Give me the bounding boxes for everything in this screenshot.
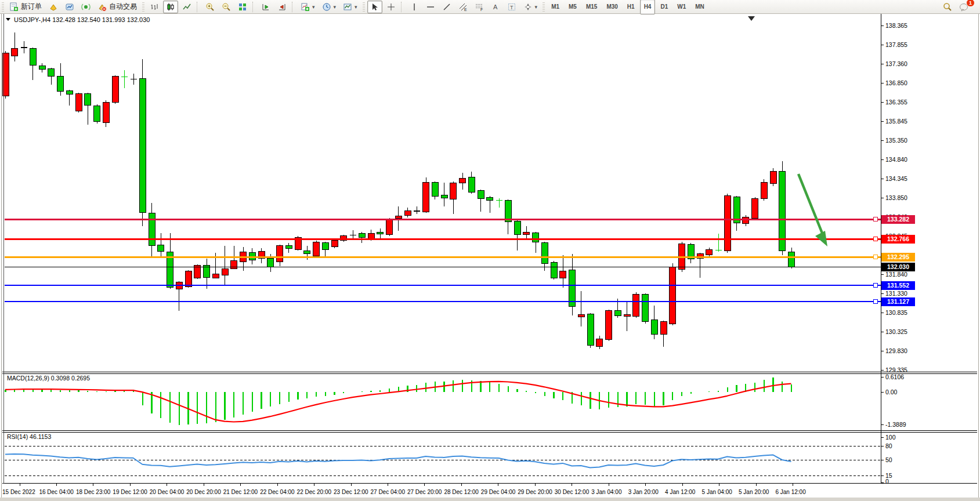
rsi-axis-label: 100 <box>885 434 896 441</box>
notification-badge: 1 <box>966 0 975 7</box>
signals-button[interactable] <box>78 1 93 13</box>
time-label: 30 Dec 12:00 <box>555 489 590 495</box>
crosshair-icon <box>386 2 396 12</box>
hline-handle <box>873 300 877 304</box>
macd-axis-label: -1.3889 <box>885 421 906 428</box>
hline-handle <box>873 255 877 259</box>
candle <box>386 218 393 237</box>
text-tool-button[interactable]: A <box>488 1 503 13</box>
chart-shift-button[interactable] <box>274 1 290 13</box>
zoom-in-icon <box>205 2 215 12</box>
new-order-icon <box>9 2 19 12</box>
bars-chart-button[interactable] <box>147 1 162 13</box>
chart-window-icon <box>65 2 74 12</box>
symbols-button[interactable] <box>46 1 61 13</box>
crosshair-tool-button[interactable] <box>384 1 399 13</box>
price-tick-label: 129.830 <box>885 347 907 354</box>
chart-window-button[interactable] <box>62 1 77 13</box>
candle <box>642 293 649 324</box>
trendline-tool-button[interactable] <box>439 1 454 13</box>
zoom-out-button[interactable] <box>219 1 234 13</box>
periods-button[interactable]: ▾ <box>319 1 339 13</box>
arrows-icon <box>523 2 533 12</box>
symbol-ohlc-line[interactable]: USDJPY-,H4 132.428 132.540 131.993 132.0… <box>6 16 150 23</box>
price-tick-label: 135.845 <box>885 118 907 125</box>
toolbar-grip[interactable] <box>2 2 4 12</box>
templates-button[interactable]: ▾ <box>340 1 360 13</box>
timeframe-h4[interactable]: H4 <box>640 0 656 14</box>
candle <box>752 197 758 220</box>
channel-tool-button[interactable]: E <box>455 1 471 13</box>
autotrade-icon <box>97 2 107 12</box>
toolbar-separator <box>292 2 295 12</box>
timeframe-m30[interactable]: M30 <box>602 0 621 14</box>
indicators-button[interactable]: ▾ <box>298 1 318 13</box>
svg-text:E: E <box>464 8 467 12</box>
candle <box>94 104 100 124</box>
price-tick-label: 134.840 <box>885 156 907 163</box>
time-label: 20 Dec 04:00 <box>150 489 185 495</box>
text-icon: A <box>491 2 500 12</box>
hline-handle <box>873 237 877 241</box>
candle <box>587 313 594 348</box>
timeframe-m5[interactable]: M5 <box>565 0 581 14</box>
chat-button[interactable]: 1 <box>956 1 972 13</box>
vertical-line-tool-button[interactable] <box>407 1 422 13</box>
time-label: 19 Dec 12:00 <box>113 489 147 495</box>
timeframe-m1[interactable]: M1 <box>547 0 563 14</box>
timeframe-h1[interactable]: H1 <box>623 0 639 14</box>
time-label: 22 Dec 20:00 <box>297 489 332 495</box>
toolbar-separator <box>252 2 256 12</box>
cursor-icon <box>370 2 379 12</box>
price-tag-132.766: 132.766 <box>881 235 915 244</box>
candle <box>551 261 557 279</box>
price-tag-131.552: 131.552 <box>881 281 915 290</box>
toolbar-grip[interactable] <box>142 2 144 12</box>
price-tag-132.030: 132.030 <box>881 263 915 271</box>
timeframe-d1[interactable]: D1 <box>656 0 672 14</box>
vertical-line-icon <box>410 2 419 12</box>
toolbar-grip[interactable] <box>543 2 545 12</box>
svg-text:F: F <box>480 8 483 12</box>
autotrade-button[interactable]: 自动交易 <box>95 1 140 13</box>
price-tick-label: 137.360 <box>885 60 907 67</box>
time-label: 5 Jan 04:00 <box>702 489 733 495</box>
arrows-tool-button[interactable]: ▾ <box>520 1 541 13</box>
symbols-icon <box>49 2 58 12</box>
zoom-in-button[interactable] <box>202 1 218 13</box>
timeframe-mn[interactable]: MN <box>691 0 708 14</box>
auto-scroll-icon <box>261 2 270 12</box>
new-order-label: 新订单 <box>21 2 42 12</box>
search-button[interactable] <box>940 1 955 13</box>
fibonacci-tool-button[interactable]: F <box>472 1 487 13</box>
symbol-ohlc-text: USDJPY-,H4 132.428 132.540 131.993 132.0… <box>14 16 150 23</box>
macd-axis-label: 0.6106 <box>885 373 904 380</box>
timeframe-m15[interactable]: M15 <box>582 0 601 14</box>
price-tick-label: 130.835 <box>885 309 907 316</box>
candle <box>724 194 731 253</box>
line-chart-button[interactable] <box>179 1 194 13</box>
price-tag-132.295: 132.295 <box>881 253 915 262</box>
horizontal-line-tool-button[interactable] <box>423 1 438 13</box>
periods-icon <box>322 2 331 12</box>
time-label: 15 Dec 2022 <box>2 489 35 495</box>
svg-text:132.766: 132.766 <box>887 235 909 242</box>
auto-scroll-button[interactable] <box>258 1 273 13</box>
candlestick-chart-button[interactable] <box>163 1 178 13</box>
toolbar-separator <box>197 2 200 12</box>
svg-text:T: T <box>510 4 513 10</box>
rsi-label: RSI(14) 46.1153 <box>7 433 51 440</box>
tile-windows-button[interactable] <box>235 1 250 13</box>
price-tag-131.127: 131.127 <box>881 297 915 306</box>
time-label: 29 Dec 04:00 <box>481 489 516 495</box>
candle <box>606 310 612 342</box>
chart-canvas[interactable]: 138.365137.855137.360136.850136.355135.8… <box>0 0 980 501</box>
hline-handle <box>873 284 877 288</box>
text-label-tool-button[interactable]: T <box>504 1 519 13</box>
cursor-tool-button[interactable] <box>367 1 382 13</box>
templates-icon <box>343 2 352 12</box>
toolbar-grip[interactable] <box>363 2 365 12</box>
timeframe-w1[interactable]: W1 <box>673 0 690 14</box>
hline-handle <box>873 217 877 222</box>
new-order-button[interactable]: 新订单 <box>6 1 45 13</box>
